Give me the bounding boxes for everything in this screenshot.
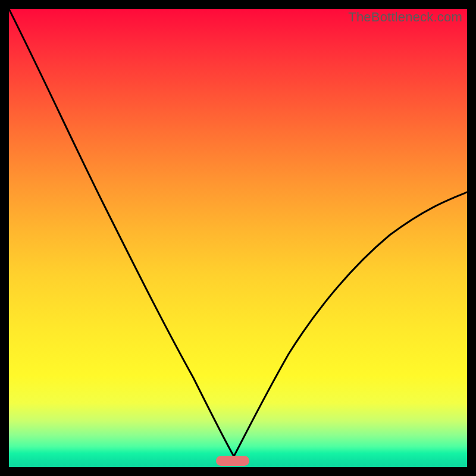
curve-right-branch: [234, 192, 467, 456]
plot-area: TheBottleneck.com: [9, 9, 467, 467]
optimal-range-marker: [216, 456, 249, 466]
curve-left-branch: [9, 9, 234, 456]
bottleneck-curve: [9, 9, 467, 467]
chart-frame: TheBottleneck.com: [0, 0, 476, 476]
